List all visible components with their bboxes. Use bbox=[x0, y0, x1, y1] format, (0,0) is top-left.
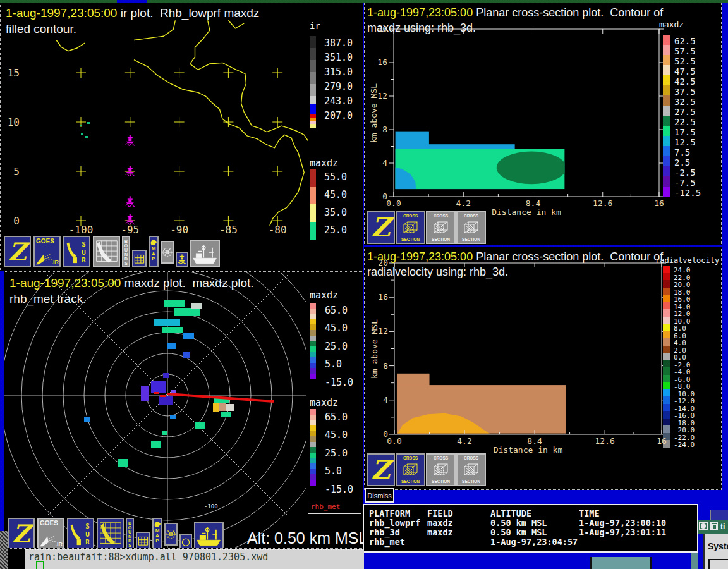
colorbar-tick-label: 387.0 bbox=[324, 37, 353, 49]
window-document-icon[interactable] bbox=[710, 522, 718, 530]
terminal-window[interactable]: rain:beaufait:88>xdump.all 970801.2305.x… bbox=[25, 549, 364, 569]
colorbar-segment bbox=[663, 288, 670, 295]
zebra-logo-button[interactable]: Z bbox=[4, 236, 31, 267]
colorbar-segment bbox=[310, 374, 316, 379]
taskbar-box[interactable] bbox=[590, 557, 652, 569]
ship-button[interactable] bbox=[190, 240, 220, 267]
map-button[interactable]: MAP bbox=[152, 518, 162, 549]
cross-section-button-3[interactable]: CROSS SECTION bbox=[456, 211, 486, 244]
ir-colorbar-label: ir bbox=[310, 21, 320, 31]
circle-button[interactable] bbox=[179, 534, 192, 549]
colorbar-segment bbox=[663, 419, 670, 426]
lon-tick-label: -80 bbox=[262, 224, 293, 236]
y-axis-tick-label: 0 bbox=[370, 192, 387, 201]
lon-tick-label: -95 bbox=[115, 224, 145, 236]
x-axis-tick-label: 12.6 bbox=[592, 436, 617, 446]
status-cell: 0.50 km MSL bbox=[490, 527, 547, 537]
maxdz-colorbar-label: maxdz bbox=[659, 20, 684, 29]
radar-title-time: 1-aug-1997,23:05:00 bbox=[9, 276, 121, 290]
lon-tick-label: -100 bbox=[66, 224, 96, 236]
bounds-button[interactable]: BOUNDS bbox=[126, 518, 134, 549]
track-legend: rhb_met bbox=[308, 499, 361, 514]
colorbar-segment bbox=[663, 302, 670, 310]
x-axis-tick-label: 4.2 bbox=[452, 436, 477, 446]
x-axis-tick-label: 12.6 bbox=[590, 199, 616, 208]
status-window: PLATFORMFIELDALTITUDETIMErhb_lowprfmaxdz… bbox=[363, 504, 698, 553]
wheel-button[interactable] bbox=[164, 523, 178, 546]
grid-radar-button[interactable] bbox=[97, 518, 124, 549]
colorbar-tick-label: 65.0 bbox=[325, 305, 348, 316]
dismiss-button[interactable]: Dismiss bbox=[365, 488, 394, 503]
maxdz-colorbar-label: maxdz bbox=[310, 397, 338, 408]
grid-radar-button[interactable] bbox=[93, 236, 120, 267]
colorbar-segment bbox=[663, 55, 670, 66]
svg-text:R: R bbox=[85, 538, 90, 546]
svg-text:S: S bbox=[82, 240, 86, 248]
colorbar-segment bbox=[663, 389, 670, 397]
status-table: PLATFORMFIELDALTITUDETIMErhb_lowprfmaxdz… bbox=[364, 505, 697, 551]
status-cell: 1-Aug-97,23:00:10 bbox=[579, 518, 666, 528]
colorbar-tick-label: 37.5 bbox=[674, 87, 696, 97]
cross-section-radialvelocity-panel: 1-aug-1997,23:05:00 Planar cross-section… bbox=[364, 247, 722, 490]
corner-window-title: ti bbox=[720, 522, 725, 531]
colorbar-segment bbox=[663, 75, 670, 86]
colorbar-tick-label: 27.5 bbox=[674, 107, 696, 117]
maxdz-colorbar-label: maxdz bbox=[310, 290, 338, 301]
lat-tick-label: 10 bbox=[3, 116, 20, 128]
surveillance-radar-button[interactable]: S U R bbox=[67, 518, 94, 549]
corner-window-titlebar[interactable]: ti bbox=[698, 520, 728, 534]
goes-ir-button[interactable]: GOES .IR bbox=[37, 518, 64, 549]
colorbar-segment bbox=[663, 295, 670, 302]
colorbar-segment bbox=[663, 166, 670, 177]
colorbar-tick-label: 45.0 bbox=[325, 429, 348, 441]
xs-bot-title-time: 1-aug-1997,23:05:00 bbox=[367, 250, 473, 263]
cross-section-button-1[interactable]: CROSS SECTION bbox=[396, 453, 425, 486]
cross-section-button-2[interactable]: CROSS SECTION bbox=[426, 453, 456, 486]
bounds-button[interactable]: BOUNDS bbox=[122, 236, 130, 267]
colorbar-tick-label: -12.5 bbox=[674, 188, 701, 198]
colorbar-tick-label: -15.0 bbox=[325, 377, 353, 388]
window-menu-icon[interactable] bbox=[699, 522, 708, 530]
map-button[interactable]: MAP bbox=[149, 236, 159, 267]
colorbar-segment bbox=[663, 35, 670, 46]
status-column-header: ALTITUDE bbox=[490, 508, 531, 518]
zebra-logo-button[interactable]: Z bbox=[8, 518, 35, 549]
mini-grid-button[interactable] bbox=[132, 250, 147, 267]
cross-section-button-3[interactable]: CROSS SECTION bbox=[456, 453, 486, 486]
cross-section-button-1[interactable]: CROSS SECTION bbox=[396, 211, 425, 244]
zebra-logo-button[interactable]: Z bbox=[367, 453, 395, 486]
mini-grid-button[interactable] bbox=[136, 532, 150, 549]
zebra-logo-button[interactable]: Z bbox=[367, 211, 395, 244]
colorbar-tick-label: 47.5 bbox=[674, 66, 696, 76]
wheel-button[interactable] bbox=[161, 241, 174, 264]
colorbar-segment bbox=[663, 425, 670, 433]
x-axis-tick-label: 8.4 bbox=[521, 199, 546, 208]
sat-title: 1-aug-1997,23:05:00 ir plot. Rhb_lowprf … bbox=[6, 6, 259, 20]
xs-bot-title: 1-aug-1997,23:05:00 Planar cross-section… bbox=[367, 250, 663, 264]
status-cell: 1-Aug-97,23:01:11 bbox=[579, 527, 666, 537]
lat-tick-label: 5 bbox=[3, 166, 20, 178]
terminal-prompt[interactable]: rain:beaufait:88>xdump.all 970801.2305.x… bbox=[28, 551, 268, 563]
corner-window-body[interactable]: Syste bbox=[703, 534, 728, 569]
ship-button[interactable] bbox=[194, 522, 224, 549]
colorbar-segment bbox=[310, 72, 316, 85]
colorbar-tick-label: -24.0 bbox=[674, 441, 695, 449]
lon-tick-label: -90 bbox=[164, 224, 195, 236]
surveillance-radar-button[interactable]: S U R bbox=[63, 236, 90, 267]
top-edge-strip bbox=[0, 0, 728, 3]
colorbar-segment bbox=[663, 136, 670, 147]
colorbar-segment bbox=[663, 309, 670, 317]
x-axis-label: Distance in km bbox=[482, 207, 571, 217]
y-axis-tick-label: 0 bbox=[370, 429, 388, 439]
radar-ppi-canvas bbox=[4, 272, 306, 548]
radar-title-line2: rhb_met track. bbox=[9, 292, 86, 306]
cross-section-button-2[interactable]: CROSS SECTION bbox=[426, 211, 456, 244]
buoy-button[interactable] bbox=[176, 252, 188, 267]
y-axis-tick-label: 16 bbox=[370, 292, 388, 302]
goes-ir-button[interactable]: GOES .IR bbox=[33, 236, 61, 267]
xs-top-title: 1-aug-1997,23:05:00 Planar cross-section… bbox=[367, 6, 663, 20]
colorbar-tick-label: 55.0 bbox=[324, 171, 347, 183]
status-cell: maxdz bbox=[427, 518, 453, 528]
colorbar-segment bbox=[663, 367, 670, 375]
colorbar-tick-label: 65.0 bbox=[325, 412, 348, 423]
